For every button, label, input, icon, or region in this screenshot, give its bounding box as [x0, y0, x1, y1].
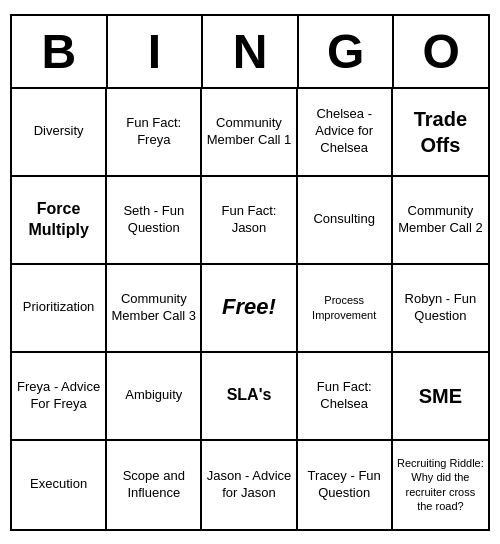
cell-text-14: Robyn - Fun Question: [397, 291, 484, 325]
bingo-cell-13[interactable]: Process Improvement: [298, 265, 393, 353]
bingo-cell-12[interactable]: Free!: [202, 265, 297, 353]
bingo-cell-9[interactable]: Community Member Call 2: [393, 177, 488, 265]
cell-text-12: Free!: [222, 293, 276, 322]
cell-text-22: Jason - Advice for Jason: [206, 468, 291, 502]
cell-text-13: Process Improvement: [302, 293, 387, 322]
cell-text-17: SLA's: [227, 385, 272, 406]
header-letter-b: B: [12, 16, 108, 87]
cell-text-23: Tracey - Fun Question: [302, 468, 387, 502]
bingo-cell-21[interactable]: Scope and Influence: [107, 441, 202, 529]
cell-text-11: Community Member Call 3: [111, 291, 196, 325]
cell-text-5: Force Multiply: [16, 199, 101, 241]
bingo-cell-3[interactable]: Chelsea - Advice for Chelsea: [298, 89, 393, 177]
bingo-cell-14[interactable]: Robyn - Fun Question: [393, 265, 488, 353]
cell-text-1: Fun Fact: Freya: [111, 115, 196, 149]
cell-text-18: Fun Fact: Chelsea: [302, 379, 387, 413]
bingo-cell-23[interactable]: Tracey - Fun Question: [298, 441, 393, 529]
bingo-cell-18[interactable]: Fun Fact: Chelsea: [298, 353, 393, 441]
header-letter-g: G: [299, 16, 395, 87]
bingo-cell-2[interactable]: Community Member Call 1: [202, 89, 297, 177]
cell-text-7: Fun Fact: Jason: [206, 203, 291, 237]
bingo-cell-11[interactable]: Community Member Call 3: [107, 265, 202, 353]
header-letter-i: I: [108, 16, 204, 87]
cell-text-10: Prioritization: [23, 299, 95, 316]
cell-text-6: Seth - Fun Question: [111, 203, 196, 237]
bingo-cell-16[interactable]: Ambiguity: [107, 353, 202, 441]
cell-text-9: Community Member Call 2: [397, 203, 484, 237]
cell-text-19: SME: [419, 383, 462, 409]
cell-text-0: Diversity: [34, 123, 84, 140]
cell-text-15: Freya - Advice For Freya: [16, 379, 101, 413]
bingo-cell-4[interactable]: Trade Offs: [393, 89, 488, 177]
bingo-cell-17[interactable]: SLA's: [202, 353, 297, 441]
bingo-cell-0[interactable]: Diversity: [12, 89, 107, 177]
bingo-cell-15[interactable]: Freya - Advice For Freya: [12, 353, 107, 441]
bingo-cell-20[interactable]: Execution: [12, 441, 107, 529]
cell-text-20: Execution: [30, 476, 87, 493]
cell-text-4: Trade Offs: [397, 106, 484, 158]
cell-text-21: Scope and Influence: [111, 468, 196, 502]
bingo-cell-5[interactable]: Force Multiply: [12, 177, 107, 265]
bingo-card: BINGO DiversityFun Fact: FreyaCommunity …: [10, 14, 490, 531]
cell-text-3: Chelsea - Advice for Chelsea: [302, 106, 387, 157]
bingo-cell-8[interactable]: Consulting: [298, 177, 393, 265]
bingo-cell-10[interactable]: Prioritization: [12, 265, 107, 353]
bingo-cell-7[interactable]: Fun Fact: Jason: [202, 177, 297, 265]
cell-text-16: Ambiguity: [125, 387, 182, 404]
bingo-cell-1[interactable]: Fun Fact: Freya: [107, 89, 202, 177]
bingo-cell-19[interactable]: SME: [393, 353, 488, 441]
cell-text-24: Recruiting Riddle: Why did the recruiter…: [397, 456, 484, 513]
bingo-header: BINGO: [12, 16, 488, 89]
bingo-cell-24[interactable]: Recruiting Riddle: Why did the recruiter…: [393, 441, 488, 529]
cell-text-8: Consulting: [313, 211, 374, 228]
header-letter-o: O: [394, 16, 488, 87]
bingo-cell-6[interactable]: Seth - Fun Question: [107, 177, 202, 265]
bingo-cell-22[interactable]: Jason - Advice for Jason: [202, 441, 297, 529]
cell-text-2: Community Member Call 1: [206, 115, 291, 149]
bingo-grid: DiversityFun Fact: FreyaCommunity Member…: [12, 89, 488, 529]
header-letter-n: N: [203, 16, 299, 87]
